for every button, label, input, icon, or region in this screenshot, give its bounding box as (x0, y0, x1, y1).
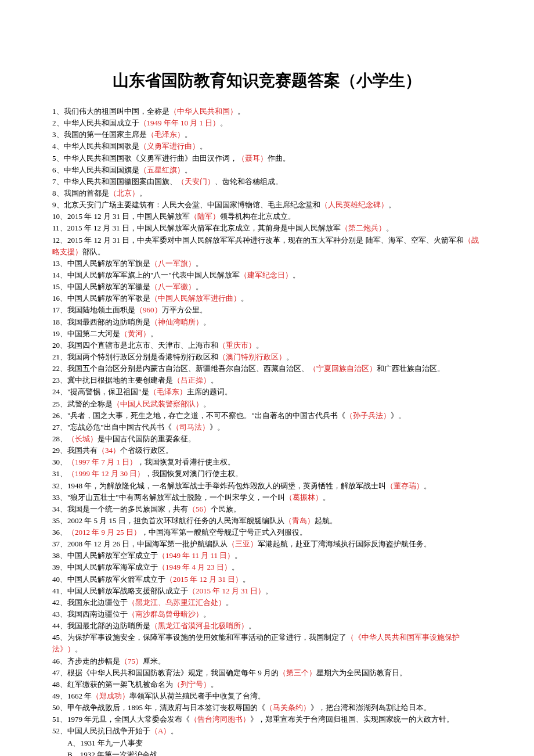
item-text-pre: 、 (60, 434, 67, 443)
item-answer: （1997 年 7 月 1 日） (67, 458, 137, 466)
item-number: 15 (52, 282, 60, 291)
item-number: 47 (52, 668, 60, 677)
question-item: 29、我国共有（34）个省级行政区。 (52, 445, 482, 456)
item-answer: （宁夏回族自治区） (309, 364, 377, 373)
question-item: 37、2008 年 12 月 26 日，中国海军第一批护航编队从（三亚）军港起航… (52, 538, 482, 550)
item-text-pre: 、中国人民解放军战略支援部队成立于 (60, 586, 188, 595)
item-text-post: 。 (424, 481, 431, 490)
item-text-post: 。 (196, 259, 203, 268)
item-number: 17 (52, 305, 60, 314)
item-answer: （2015 年 12 月 31 日） (165, 575, 243, 584)
item-number: 26 (52, 411, 60, 420)
item-number: 31 (52, 469, 60, 478)
question-item: 10、2015 年 12 月 31 日，中国人民解放军（陆军）领导机构在北京成立… (52, 211, 482, 222)
item-text-post: 。 (226, 598, 233, 607)
question-item: 2、中华人民共和国成立于（1949 年年 10 月 1 日）。 (52, 117, 482, 129)
question-item: 51、1979 年元旦，全国人大常委会发布《（告台湾同胞书）》，郑重宣布关于台湾… (52, 714, 482, 725)
question-item: 5、中华人民共和国国歌《义勇军进行曲》由田汉作词，（聂耳）作曲。 (52, 153, 482, 164)
item-answer: （1999 年 12 月 30 日） (67, 469, 145, 478)
item-text-post: 。 (150, 329, 158, 338)
item-text-post: 万平方公里。 (162, 305, 207, 314)
item-number: 43 (52, 610, 60, 618)
question-item: 9、北京天安门广场主要建筑有：人民大会堂、中国国家博物馆、毛主席纪念堂和（人民英… (52, 199, 482, 211)
item-text-post: 。 (241, 294, 248, 303)
item-answer: （重庆市） (218, 341, 256, 350)
question-item: 30、（1997 年 7 月 1 日），我国恢复对香港行使主权。 (52, 456, 482, 468)
item-number: 19 (52, 329, 60, 338)
item-text-post: 。 (232, 563, 239, 571)
question-item: 22、我国五个自治区分别是内蒙古自治区、新疆维吾尔自治区、西藏自治区、（宁夏回族… (52, 363, 482, 375)
item-text-pre: 、我国西南边疆位于 (60, 610, 128, 618)
item-number: 37 (52, 539, 60, 548)
item-text-post: 。 (211, 376, 218, 384)
item-answer: （神仙湾哨所） (150, 318, 203, 326)
item-answer: （长城） (67, 434, 98, 443)
question-item: 27、"忘战必危"出自中国古代兵书《（司马法）》。 (52, 422, 482, 433)
item-text-pre: 、中华人民共和国国徽图案由国旗、 (56, 177, 177, 186)
item-answer: （75） (120, 657, 143, 665)
question-item: 35、2002 年 5 月 15 日，担负首次环球航行任务的人民海军舰艇编队从（… (52, 515, 482, 527)
item-text-pre: 、武警的全称是 (60, 399, 113, 408)
question-item: 49、1662 年（郑成功）率领军队从荷兰殖民者手中收复了台湾。 (52, 690, 482, 702)
item-text-pre: 、冀中抗日根据地的主要创建者是 (60, 376, 173, 384)
item-number: 18 (52, 318, 60, 326)
question-item: 15、中国人民解放军的军徽是（八一军徽）。 (52, 281, 482, 293)
question-item: 4、中华人民共和国国歌是（义勇军进行曲）。 (52, 141, 482, 152)
item-answer: （列宁号） (173, 680, 211, 689)
item-answer: （董存瑞） (386, 481, 424, 490)
item-text-post: 星期六为全民国防教育日。 (316, 668, 407, 677)
item-text-pre: 、中国人民解放军海军成立于 (60, 563, 158, 571)
option-item: A、1931 年九一八事变 (52, 737, 482, 749)
item-text-post: 作曲。 (268, 154, 290, 163)
item-answer: （中国人民解放军进行曲） (150, 294, 241, 303)
document-page: 山东省国防教育知识竞赛题答案（小学生） 1、我们伟大的祖国叫中国，全称是（中华人… (0, 0, 534, 756)
item-answer: （三亚） (228, 539, 258, 548)
item-text-post: 。 (388, 200, 396, 209)
item-answer: （南沙群岛曾母暗沙） (128, 610, 203, 618)
item-text-post: 主席的题词。 (187, 387, 232, 396)
item-text-pre: 、我国最北部的边防哨所是 (60, 621, 150, 630)
item-text-pre: 、1979 年元旦，全国人大常委会发布《 (60, 715, 190, 723)
question-item: 40、中国人民解放军火箭军成立于（2015 年 12 月 31 日）。 (52, 574, 482, 585)
item-text-pre: 、"狼牙山五壮士"中有两名解放军战士脱险，一个叫宋学义，一个叫 (60, 493, 285, 502)
item-text-pre: 、我国东北边疆位于 (60, 598, 128, 607)
item-text-post: 厘米。 (143, 657, 165, 665)
item-answer: （五星红旗） (139, 165, 185, 174)
item-text-post: 率领军队从荷兰殖民者手中收复了台湾。 (129, 692, 265, 700)
item-text-post: 个民族。 (211, 505, 241, 513)
item-text-pre: 、2015 年 12 月 31 日，中国人民解放军火箭军在北京成立，其前身是中国… (60, 224, 341, 232)
question-item: 18、我国最西部的边防哨所是（神仙湾哨所）。 (52, 316, 482, 328)
item-number: 12 (52, 236, 60, 244)
item-text-post: 。 (196, 282, 203, 291)
item-text-pre: 、中华人民共和国成立于 (56, 118, 139, 127)
item-text-pre: 、中国第二大河是 (60, 329, 120, 338)
question-item: 25、武警的全称是（中国人民武装警察部队）。 (52, 398, 482, 410)
item-number: 24 (52, 387, 60, 396)
item-answer: （聂耳） (237, 154, 268, 163)
item-text-pre: 、我国共有 (60, 446, 98, 455)
question-item: 34、我国是一个统一的多民族国家，共有（56）个民族。 (52, 503, 482, 515)
item-text-post: 》，把台湾和澎湖列岛割让给日本。 (311, 703, 431, 712)
item-answer: （吕正操） (173, 376, 211, 384)
item-answer: （葛振林） (285, 493, 323, 502)
item-text-pre: 、中国人民解放军火箭军成立于 (60, 575, 165, 584)
item-text-post: ，我国恢复对香港行使主权。 (137, 458, 235, 466)
item-text-pre: 、"兵者，国之大事，死生之地，存亡之道，不可不察也。"出自著名的中国古代兵书《 (60, 411, 345, 420)
item-answer: （A） (150, 726, 171, 735)
item-number: 46 (52, 657, 60, 665)
item-number: 38 (52, 551, 60, 560)
item-text-pre: 、"忘战必危"出自中国古代兵书《 (60, 423, 172, 431)
question-item: 33、"狼牙山五壮士"中有两名解放军战士脱险，一个叫宋学义，一个叫（葛振林）。 (52, 492, 482, 503)
item-text-pre: 、中国人民解放军军旗上的"八一"代表中国人民解放军 (60, 271, 240, 279)
item-answer: （马关条约） (265, 703, 311, 712)
item-text-post: 。 (243, 575, 250, 584)
item-number: 35 (52, 516, 60, 525)
item-text-pre: 、我国是一个统一的多民族国家，共有 (60, 505, 188, 513)
question-item: 43、我国西南边疆位于（南沙群岛曾母暗沙）。 (52, 609, 482, 620)
item-text-pre: 、我国的第一任国家主席是 (56, 130, 147, 139)
item-answer: （56） (188, 505, 211, 513)
question-item: 45、为保护军事设施安全，保障军事设施的使用效能和军事活动的正常进行，我国制定了… (52, 632, 482, 655)
item-number: 27 (52, 423, 60, 431)
item-text-pre: 、 (60, 528, 67, 537)
item-text-pre: 、2008 年 12 月 26 日，中国海军第一批护航编队从 (60, 539, 228, 548)
